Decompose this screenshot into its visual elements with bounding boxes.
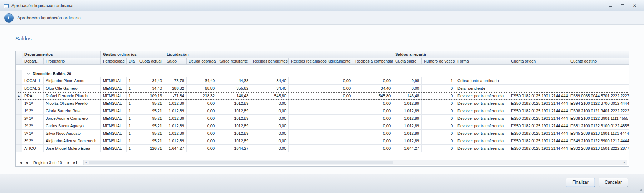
- cell-cuota-actual[interactable]: 95,21: [137, 122, 164, 130]
- cell-deuda-cobrada[interactable]: 0,00: [187, 145, 217, 152]
- cell-numero-de-veces[interactable]: 0: [422, 85, 455, 92]
- cell-saldo[interactable]: 1.012,89: [164, 130, 187, 137]
- cell-forma[interactable]: Cobrar junto a ordinario: [455, 77, 509, 85]
- cell-saldo-resultante[interactable]: 1012,89: [217, 137, 251, 145]
- cell-cuota-actual[interactable]: 95,21: [137, 137, 164, 145]
- cell-recibos-a-compensar[interactable]: 0,00: [353, 77, 393, 85]
- cell-periodicidad[interactable]: MENSUAL: [101, 130, 127, 137]
- cell-forma[interactable]: Devolver por transferencia: [455, 145, 509, 152]
- cell-saldo-resultante[interactable]: 355,62: [217, 85, 251, 92]
- cell-recibos-pendientes[interactable]: 0,00: [251, 145, 289, 152]
- cell-numero-de-veces[interactable]: 0: [422, 145, 455, 152]
- cell-depart[interactable]: LOCAL 2: [22, 85, 44, 92]
- cell-saldo-resultante[interactable]: 1012,89: [217, 122, 251, 130]
- cell-recibos-a-compensar[interactable]: 545,80: [353, 92, 393, 100]
- cell-dia[interactable]: 1: [127, 145, 137, 152]
- cell-cuenta-destino[interactable]: ES94 2100 0122 3700 0012 4444: [568, 100, 629, 107]
- cell-cuota-saldo[interactable]: 1.012,89: [393, 107, 422, 115]
- cell-numero-de-veces[interactable]: 0: [422, 137, 455, 145]
- cell-saldo[interactable]: -78,78: [164, 77, 187, 85]
- cell-cuenta-origen[interactable]: ES50 0182 0125 1901 2144 4444: [509, 145, 568, 152]
- cell-cuota-saldo[interactable]: 1.012,89: [393, 122, 422, 130]
- cell-recibos-reclamados-judicialmente[interactable]: 0,00: [289, 77, 353, 85]
- cell-propietario[interactable]: Alejandro Picon Arcos: [44, 77, 101, 85]
- scroll-right-icon[interactable]: ▸: [622, 161, 627, 164]
- table-row-1-1-[interactable]: 1º 1ªNicolás Olivares PerellóMENSUAL195,…: [16, 100, 629, 107]
- cell-cuota-saldo[interactable]: 0,00: [393, 85, 422, 92]
- cell-periodicidad[interactable]: MENSUAL: [101, 100, 127, 107]
- cell-dia[interactable]: 1: [127, 115, 137, 122]
- cell-saldo-resultante[interactable]: 1012,89: [217, 100, 251, 107]
- cell-saldo-resultante[interactable]: 146,48: [217, 92, 251, 100]
- column-header-cuenta-origen[interactable]: Cuenta origen: [509, 58, 568, 65]
- cell-dia[interactable]: 1: [127, 107, 137, 115]
- cell-forma[interactable]: Devolver por transferencia: [455, 100, 509, 107]
- group-row[interactable]: Dirección: Bailén, 20: [16, 70, 629, 77]
- cell-cuota-saldo[interactable]: 1.644,27: [393, 145, 422, 152]
- cell-cuenta-destino[interactable]: [568, 77, 629, 85]
- cell-recibos-a-compensar[interactable]: 0,00: [353, 107, 393, 115]
- cell-cuenta-destino[interactable]: ES45 2038 9213 1901 1121 4444: [568, 130, 629, 137]
- cell-cuenta-destino[interactable]: ES81 2100 0122 3100 0122 4855: [568, 122, 629, 130]
- cell-propietario[interactable]: Carlos Saenz Aguayo: [44, 122, 101, 130]
- cell-dia[interactable]: 1: [127, 130, 137, 137]
- cell-depart[interactable]: 3º 1ª: [22, 130, 44, 137]
- table-row-atico[interactable]: ATICOJosé Miguel Mulero EgeaMENSUAL1126,…: [16, 145, 629, 152]
- cell-recibos-pendientes[interactable]: 0,00: [251, 115, 289, 122]
- cell-depart[interactable]: 1º 2ª: [22, 107, 44, 115]
- cell-saldo[interactable]: 286,82: [164, 85, 187, 92]
- cell-numero-de-veces[interactable]: 0: [422, 122, 455, 130]
- cell-cuenta-origen[interactable]: ES50 0182 0125 1901 2144 4444: [509, 115, 568, 122]
- scroll-left-icon[interactable]: ◂: [84, 161, 89, 164]
- cell-saldo[interactable]: 1.012,89: [164, 100, 187, 107]
- cell-cuota-actual[interactable]: 126,71: [137, 145, 164, 152]
- cell-propietario[interactable]: Rafael Ferrando Pitarch: [44, 92, 101, 100]
- cell-forma[interactable]: Devolver por transferencia: [455, 107, 509, 115]
- cell-periodicidad[interactable]: MENSUAL: [101, 85, 127, 92]
- column-header-propietario[interactable]: Propietario: [44, 58, 101, 65]
- cell-deuda-cobrada[interactable]: 0,00: [187, 107, 217, 115]
- column-header-dia[interactable]: Día: [127, 58, 137, 65]
- maximize-button[interactable]: [619, 3, 626, 9]
- cell-cuenta-origen[interactable]: ES50 0182 0125 1901 2144 4444: [509, 122, 568, 130]
- cell-propietario[interactable]: Alejandro Atienza Domenech: [44, 137, 101, 145]
- column-header-saldo-resultante[interactable]: Saldo resultante: [217, 58, 251, 65]
- cell-cuota-actual[interactable]: 34,40: [137, 85, 164, 92]
- cell-deuda-cobrada[interactable]: 0,00: [187, 122, 217, 130]
- cell-dia[interactable]: 1: [127, 92, 137, 100]
- cell-recibos-pendientes[interactable]: 34,40: [251, 85, 289, 92]
- cell-saldo[interactable]: -71,84: [164, 92, 187, 100]
- cell-recibos-reclamados-judicialmente[interactable]: 0,00: [289, 85, 353, 92]
- cell-cuenta-origen[interactable]: ES50 0182 0125 1901 2144 4444: [509, 137, 568, 145]
- cell-saldo[interactable]: 1.012,89: [164, 122, 187, 130]
- cell-propietario[interactable]: José Miguel Mulero Egea: [44, 145, 101, 152]
- cell-forma[interactable]: Devolver por transferencia: [455, 92, 509, 100]
- cell-cuenta-origen[interactable]: [509, 85, 568, 92]
- cell-recibos-a-compensar[interactable]: 0,00: [353, 115, 393, 122]
- cell-cuenta-origen[interactable]: ES50 0182 0125 1901 2144 4444: [509, 100, 568, 107]
- cell-periodicidad[interactable]: MENSUAL: [101, 137, 127, 145]
- column-header-recibos-reclamados-judicialmente[interactable]: Recibos reclamados judicialmente: [289, 58, 353, 65]
- cell-numero-de-veces[interactable]: 1: [422, 77, 455, 85]
- cell-cuota-actual[interactable]: 95,21: [137, 130, 164, 137]
- cell-recibos-pendientes[interactable]: 545,80: [251, 92, 289, 100]
- cell-cuenta-destino[interactable]: ES49 2100 0122 3900 1212 4444: [568, 137, 629, 145]
- cell-forma[interactable]: Devolver por transferencia: [455, 122, 509, 130]
- cell-deuda-cobrada[interactable]: 0,00: [187, 115, 217, 122]
- table-row-2-2-[interactable]: 2º 2ªCarlos Saenz AguayoMENSUAL195,211.0…: [16, 122, 629, 130]
- finalizar-button[interactable]: Finalizar: [566, 178, 595, 187]
- column-header-cuota-actual[interactable]: Cuota actual: [137, 58, 164, 65]
- column-header-recibos-a-compensar[interactable]: Recibos a compensar: [353, 58, 393, 65]
- cell-recibos-a-compensar[interactable]: 34,40: [353, 85, 393, 92]
- cell-recibos-a-compensar[interactable]: 0,00: [353, 130, 393, 137]
- cell-saldo[interactable]: 1.644,27: [164, 145, 187, 152]
- cell-recibos-reclamados-judicialmente[interactable]: 0,00: [289, 92, 353, 100]
- cell-dia[interactable]: 1: [127, 77, 137, 85]
- cell-cuenta-destino[interactable]: ES39 0065 0044 5701 2222 2227: [568, 92, 629, 100]
- cell-saldo-resultante[interactable]: -44,38: [217, 77, 251, 85]
- close-button[interactable]: ×: [631, 3, 638, 9]
- column-header-periodicidad[interactable]: Periodicidad: [101, 58, 127, 65]
- cell-cuota-actual[interactable]: 109,16: [137, 92, 164, 100]
- cell-recibos-reclamados-judicialmente[interactable]: [289, 137, 353, 145]
- column-header-depart[interactable]: Depart...: [22, 58, 44, 65]
